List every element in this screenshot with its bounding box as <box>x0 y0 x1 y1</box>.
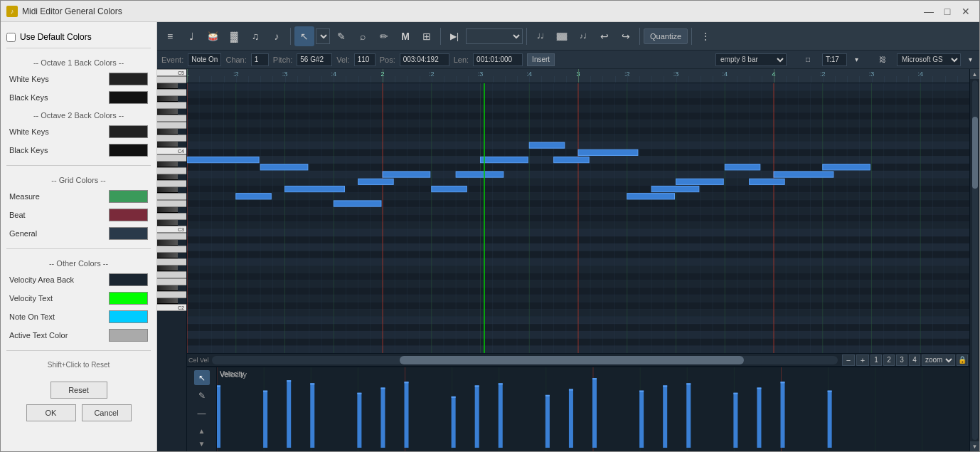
cancel-button[interactable]: Cancel <box>82 404 132 421</box>
piano-key-4[interactable] <box>157 278 186 285</box>
measure-swatch[interactable] <box>109 190 148 203</box>
v-scroll-up-btn[interactable]: ▲ <box>970 69 980 79</box>
zoom-3[interactable]: 3 <box>896 354 907 366</box>
octave2-black-swatch[interactable] <box>109 144 148 157</box>
h-scrollbar-thumb[interactable] <box>400 356 744 364</box>
active-text-swatch[interactable] <box>109 329 148 342</box>
vel-line-tool[interactable]: — <box>194 406 210 421</box>
piano-key-32[interactable] <box>157 96 178 102</box>
piano-key-24[interactable]: C4 <box>157 147 186 154</box>
piano-key-2[interactable] <box>157 291 186 298</box>
tool-arrow[interactable]: ↖ <box>294 26 314 46</box>
tool-bars2[interactable]: ▓▓ <box>552 26 572 46</box>
vel-arrow-tool[interactable]: ↖ <box>194 370 210 385</box>
piano-key-11[interactable] <box>157 233 186 240</box>
playback-dropdown[interactable] <box>466 28 523 44</box>
beat-swatch[interactable] <box>109 209 148 221</box>
octave2-white-swatch[interactable] <box>109 125 148 138</box>
tool-paint[interactable]: ✏ <box>374 26 394 46</box>
note-grid-canvas[interactable] <box>187 83 969 353</box>
use-default-checkbox[interactable] <box>6 33 16 42</box>
piano-key-23[interactable] <box>157 154 186 162</box>
zoom-select[interactable]: zoom <box>922 354 955 366</box>
chan-value[interactable]: 1 <box>251 53 269 66</box>
piano-key-5[interactable] <box>157 271 186 278</box>
quantize-button[interactable]: Quantize <box>644 28 688 44</box>
piano-key-7[interactable] <box>157 258 186 266</box>
close-button[interactable]: ✕ <box>958 4 974 19</box>
piano-key-26[interactable] <box>157 135 186 142</box>
tool-play[interactable]: ▶| <box>444 26 464 46</box>
vel-text-swatch[interactable] <box>109 292 148 305</box>
lock-icon[interactable]: 🔒 <box>957 354 968 366</box>
tool-grid[interactable]: ⊞ <box>417 26 437 46</box>
piano-key-28[interactable] <box>157 122 186 129</box>
piano-key-35[interactable] <box>157 76 186 83</box>
maximize-button[interactable]: □ <box>939 4 955 19</box>
piano-key-34[interactable] <box>157 83 178 89</box>
synth-dropdown-btn[interactable]: ▾ <box>965 50 975 70</box>
pitch-value[interactable]: 56 G#2 <box>297 53 332 66</box>
piano-key-29[interactable] <box>157 115 186 122</box>
tool-notes2[interactable]: ♪♩ <box>573 26 593 46</box>
vel-down-arrow[interactable]: ▼ <box>196 439 208 448</box>
piano-key-21[interactable] <box>157 167 186 174</box>
piano-key-18[interactable] <box>157 187 178 193</box>
insert-button[interactable]: Insert <box>527 53 555 66</box>
piano-key-31[interactable] <box>157 102 186 109</box>
minimize-button[interactable]: — <box>921 4 937 19</box>
piano-key-30[interactable] <box>157 109 178 115</box>
piano-key-22[interactable] <box>157 162 178 167</box>
zoom-1[interactable]: 1 <box>870 354 882 366</box>
piano-key-17[interactable] <box>157 193 186 200</box>
piano-key-0[interactable]: C2 <box>157 304 186 311</box>
reset-top-button[interactable]: Reset <box>50 382 107 399</box>
link-btn[interactable]: □ <box>798 50 818 70</box>
piano-key-10[interactable] <box>157 240 178 246</box>
event-value[interactable]: Note On <box>188 53 221 66</box>
piano-key-6[interactable] <box>157 266 178 271</box>
piano-key-15[interactable] <box>157 207 178 213</box>
t-dropdown-btn[interactable]: ▾ <box>851 50 861 70</box>
general-swatch[interactable] <box>109 227 148 240</box>
redo-btn[interactable]: ↪ <box>616 26 636 46</box>
piano-key-20[interactable] <box>157 174 178 180</box>
piano-key-16[interactable] <box>157 200 186 207</box>
tool-select-dropdown[interactable] <box>316 28 330 44</box>
tool-piano[interactable]: ♩ <box>181 26 201 46</box>
piano-key-14[interactable] <box>157 213 186 220</box>
ok-button[interactable]: OK <box>26 404 76 421</box>
quantize-menu[interactable]: ♩♩ <box>531 26 550 46</box>
piano-key-9[interactable] <box>157 246 186 253</box>
tool-pencil[interactable]: ✎ <box>331 26 351 46</box>
piano-key-12[interactable]: C3 <box>157 226 186 233</box>
vel-pencil-tool[interactable]: ✎ <box>194 388 210 403</box>
piano-key-25[interactable] <box>157 142 178 147</box>
v-scroll-thumb[interactable] <box>972 117 978 189</box>
tool-menu[interactable]: ≡ <box>160 26 180 46</box>
piano-key-27[interactable] <box>157 129 178 135</box>
tool-bars[interactable]: ▓ <box>224 26 244 46</box>
piano-key-8[interactable] <box>157 253 178 258</box>
vel-up-arrow[interactable]: ▲ <box>196 426 208 436</box>
v-scroll-down-btn[interactable]: ▼ <box>970 441 980 451</box>
tool-marker[interactable]: M <box>395 26 415 46</box>
zoom-4[interactable]: 4 <box>909 354 920 366</box>
tool-drum[interactable]: 🥁 <box>203 26 223 46</box>
zoom-2[interactable]: 2 <box>883 354 895 366</box>
tool-score[interactable]: ♫ <box>245 26 265 46</box>
octave1-black-swatch[interactable] <box>109 91 148 104</box>
piano-key-19[interactable] <box>157 180 186 187</box>
tool-list[interactable]: ♪ <box>267 26 287 46</box>
chain-btn[interactable]: ⛓ <box>873 50 893 70</box>
synth-dropdown[interactable]: Microsoft GS <box>897 53 961 66</box>
piano-keys[interactable]: C5C4C3C2 <box>157 69 187 451</box>
note-on-text-swatch[interactable] <box>109 310 148 323</box>
velocity-canvas[interactable] <box>217 367 969 451</box>
len-value[interactable]: 001:01:000 <box>473 53 523 66</box>
tool-eraser[interactable]: ⌕ <box>353 26 373 46</box>
piano-key-33[interactable] <box>157 89 186 96</box>
vel-value[interactable]: 110 <box>354 53 376 66</box>
piano-key-3[interactable] <box>157 285 178 291</box>
pos-value[interactable]: 003:04:192 <box>400 53 449 66</box>
